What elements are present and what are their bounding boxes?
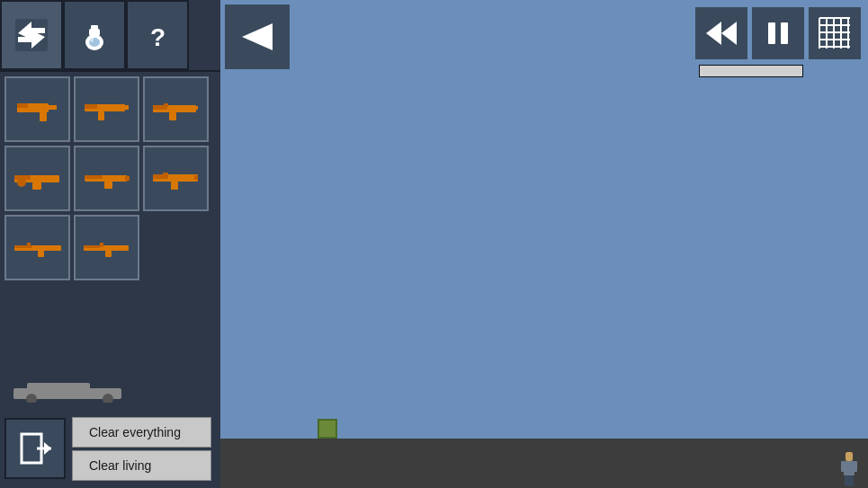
back-button[interactable] [225,4,290,69]
svg-rect-40 [105,251,112,257]
clear-everything-button[interactable]: Clear everything [72,417,211,448]
svg-point-7 [90,37,94,42]
svg-rect-21 [164,103,168,107]
svg-rect-12 [46,105,57,110]
svg-rect-34 [163,173,168,176]
weapon-grid [0,72,220,287]
weapon-slot-lmg[interactable] [4,146,70,211]
svg-rect-59 [768,22,775,44]
svg-rect-42 [100,243,103,247]
svg-rect-52 [841,461,846,472]
weapon-slot-ar[interactable] [143,146,209,211]
svg-marker-56 [242,23,273,50]
weapon-slot-shotgun[interactable] [74,146,139,211]
svg-point-25 [17,178,26,187]
exit-button[interactable] [4,418,66,479]
svg-rect-11 [17,103,28,108]
svg-rect-53 [853,461,857,472]
swap-button[interactable] [0,0,63,70]
svg-rect-50 [846,452,853,461]
svg-rect-14 [98,111,104,120]
help-button[interactable]: ? [126,0,189,70]
svg-rect-44 [27,383,90,392]
svg-rect-31 [171,182,178,190]
lower-sidebar-hint [4,371,216,407]
svg-rect-36 [38,251,44,257]
svg-rect-55 [849,475,854,486]
progress-bar-container [699,65,803,77]
rewind-button[interactable] [695,7,747,59]
clear-living-button[interactable]: Clear living [72,450,211,481]
progress-bar-fill [700,66,802,76]
svg-rect-60 [781,22,788,44]
svg-text:?: ? [150,23,166,51]
weapon-slot-sniper2[interactable] [74,215,139,280]
player-block [318,419,337,439]
svg-rect-5 [91,25,98,31]
pickup-button[interactable] [63,0,126,70]
bottom-right-character [839,452,859,486]
svg-marker-58 [721,22,737,45]
svg-rect-18 [169,112,176,120]
svg-marker-49 [44,442,51,455]
svg-rect-29 [125,176,130,181]
svg-rect-20 [192,106,198,110]
pause-button[interactable] [752,7,804,59]
svg-rect-16 [121,105,129,110]
bottom-left-overlay: Clear everything Clear living [0,407,220,488]
svg-marker-57 [706,22,721,45]
svg-rect-27 [104,182,112,189]
top-toolbar: ? [0,0,220,72]
context-menu: Clear everything Clear living [72,417,211,481]
svg-rect-28 [85,175,103,179]
svg-rect-54 [845,475,849,486]
weapon-slot-pistol[interactable] [4,76,70,142]
ground [220,439,868,488]
weapon-slot-smg[interactable] [74,76,139,142]
svg-rect-41 [84,245,100,248]
top-right-controls [695,7,861,59]
svg-rect-10 [40,112,47,121]
svg-rect-38 [27,243,31,247]
weapon-slot-rifle[interactable] [143,76,209,142]
weapon-slot-sniper[interactable] [4,215,70,280]
grid-toggle-button[interactable] [809,7,861,59]
svg-rect-15 [85,104,97,109]
svg-rect-33 [194,175,198,180]
svg-rect-23 [32,182,41,190]
